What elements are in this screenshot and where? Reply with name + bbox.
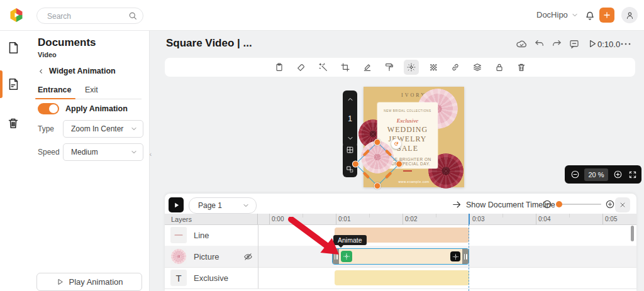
layer-name: Picture <box>194 252 219 261</box>
delete-widget-icon[interactable] <box>514 60 529 75</box>
tab-exit[interactable]: Exit <box>85 85 98 94</box>
back-navigation[interactable]: Widget Animation <box>38 67 116 75</box>
layer-row-line[interactable]: Line <box>165 224 636 246</box>
person-icon <box>625 11 635 20</box>
close-icon <box>619 201 626 209</box>
close-timeline-button[interactable] <box>615 197 630 212</box>
dochipo-logo[interactable] <box>9 8 24 23</box>
undo-icon[interactable] <box>534 38 545 50</box>
trash-icon[interactable] <box>6 116 20 130</box>
active-tab-underline <box>35 98 75 100</box>
resize-edge-bottom[interactable] <box>363 172 370 178</box>
templates-page-icon[interactable] <box>6 41 20 55</box>
line-glyph <box>173 229 184 241</box>
edit-pencil-icon[interactable] <box>360 60 375 75</box>
toggle-label: Apply Animation <box>65 104 128 113</box>
search-icon[interactable] <box>128 11 138 21</box>
speed-label: Speed <box>38 148 60 156</box>
left-rail <box>0 30 27 291</box>
page-up-icon[interactable] <box>347 96 354 103</box>
plus-icon <box>602 11 611 19</box>
timeline-ruler[interactable]: Layers 0:00 0:01 0:02 0:03 0:04 0:05 <box>165 214 636 225</box>
duration-bar-body[interactable] <box>339 249 462 264</box>
chevron-down-icon <box>571 11 579 19</box>
layer-name: Line <box>194 231 209 240</box>
documents-icon[interactable] <box>6 77 20 91</box>
chevron-down-icon <box>242 202 250 209</box>
animate-exit-button[interactable] <box>450 251 460 261</box>
eraser-icon[interactable] <box>294 60 309 75</box>
zoom-value[interactable]: 20 % <box>584 168 608 181</box>
redo-icon[interactable] <box>551 38 562 50</box>
toggle-knob <box>49 104 58 113</box>
copy-style-icon[interactable] <box>272 60 287 75</box>
type-value: Zoom In Center <box>71 124 123 133</box>
back-label: Widget Animation <box>49 67 116 75</box>
timeline-zoom-slider-thumb[interactable] <box>556 201 562 207</box>
apply-animation-toggle[interactable] <box>38 103 59 114</box>
panel-subtitle: Video <box>38 51 57 58</box>
crop-icon[interactable] <box>338 60 353 75</box>
widget-toolbar <box>165 58 635 77</box>
timeline-panel: Page 1 Show Document Timeline Layers 0:0… <box>165 194 636 291</box>
tab-entrance[interactable]: Entrance <box>38 85 72 94</box>
design-canvas[interactable]: IVORY NEW BRIDAL COLLECTIONS Exclusive W… <box>364 87 464 187</box>
paint-roller-icon[interactable] <box>382 60 397 75</box>
layer-thumbnail-picture <box>170 248 187 265</box>
duration-value: 0:10.0 <box>597 40 620 49</box>
search-box[interactable] <box>36 8 143 24</box>
workspace-switcher[interactable]: DocHipo <box>536 10 579 19</box>
playhead[interactable] <box>469 214 470 224</box>
account-avatar[interactable] <box>621 7 638 23</box>
layer-row-picture[interactable]: Picture <box>165 246 636 268</box>
duration-bar-exclusive[interactable] <box>335 270 469 285</box>
type-dropdown[interactable]: Zoom In Center <box>63 120 143 138</box>
timeline-zoom-slider[interactable] <box>558 204 601 205</box>
resize-edge-right[interactable] <box>385 172 392 178</box>
speed-value: Medium <box>71 148 98 156</box>
page-selector-dropdown[interactable]: Page 1 <box>189 197 257 214</box>
magic-wand-icon[interactable] <box>316 60 331 75</box>
timeline-scrollbar-thumb[interactable] <box>631 226 634 241</box>
play-animation-button[interactable]: Play Animation <box>36 273 142 291</box>
panel-collapse-handle[interactable]: ‹ <box>150 151 152 158</box>
dochipo-editor: DocHipo Documents Video Widget Animation… <box>0 0 644 291</box>
create-new-button[interactable] <box>599 8 614 23</box>
layer-name: Exclusive <box>194 273 228 283</box>
resize-handle-se[interactable] <box>372 181 382 191</box>
trim-handle-right[interactable] <box>462 249 469 264</box>
search-input[interactable] <box>46 8 124 25</box>
fit-screen-icon[interactable] <box>628 170 637 179</box>
link-icon[interactable] <box>448 60 463 75</box>
layer-row-exclusive[interactable]: T Exclusive <box>165 267 636 289</box>
visibility-hidden-icon[interactable] <box>243 251 253 262</box>
ruler-tick: 0:05 <box>605 216 617 222</box>
page-down-icon[interactable] <box>347 135 354 142</box>
preview-play-icon[interactable] <box>587 38 597 49</box>
timeline-zoom-out-icon[interactable] <box>542 199 552 209</box>
annotation-arrow <box>286 217 346 261</box>
more-options-icon[interactable] <box>620 42 631 46</box>
duration-bar-picture-selected[interactable] <box>332 248 469 265</box>
active-section-indicator <box>0 70 3 98</box>
zoom-in-icon[interactable] <box>613 170 623 179</box>
comment-icon[interactable] <box>569 38 580 50</box>
zoom-out-icon[interactable] <box>570 170 580 179</box>
document-title[interactable]: Square Video | ... <box>166 37 252 50</box>
rotate-handle[interactable] <box>391 139 401 149</box>
layers-icon[interactable] <box>470 60 485 75</box>
layer-thumbnail-text: T <box>170 270 187 286</box>
design-headline1: WEDDING <box>377 125 438 135</box>
ruler-tick: 0:00 <box>272 216 284 222</box>
animation-icon[interactable] <box>404 60 419 75</box>
arrow-right-icon <box>452 199 462 210</box>
timeline-zoom-in-icon[interactable] <box>605 199 615 209</box>
speed-dropdown[interactable]: Medium <box>63 143 143 161</box>
timeline-play-button[interactable] <box>169 197 184 212</box>
lock-icon[interactable] <box>492 60 507 75</box>
grid-view-icon[interactable] <box>346 146 354 154</box>
page-selector-value: Page 1 <box>198 201 222 210</box>
notifications-bell-icon[interactable] <box>584 9 596 21</box>
transparency-icon[interactable] <box>426 60 441 75</box>
flower-thumbnail <box>171 249 186 264</box>
